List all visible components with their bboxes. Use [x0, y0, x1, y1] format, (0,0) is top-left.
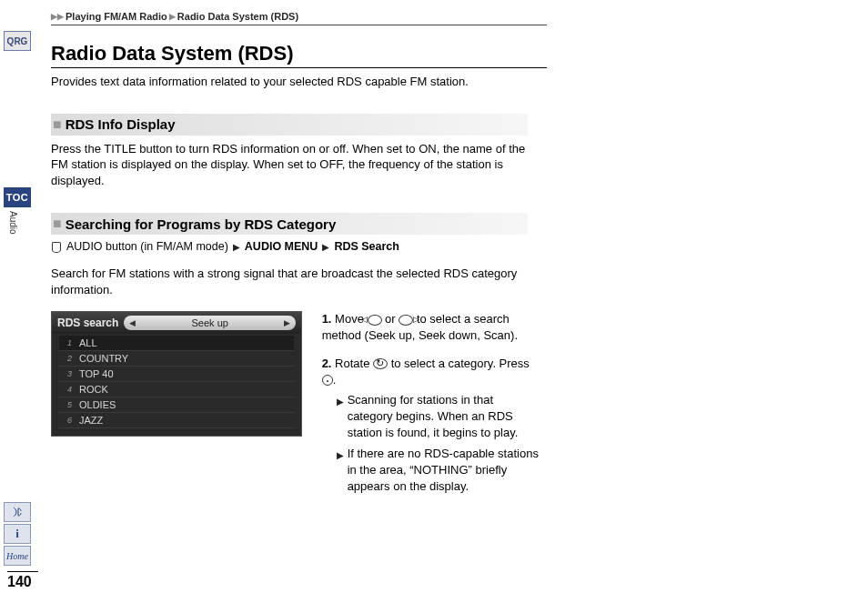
section-heading-text: RDS Info Display: [66, 116, 176, 132]
breadcrumb-level1[interactable]: Playing FM/AM Radio: [66, 11, 167, 22]
list-item: 6JAZZ: [59, 413, 294, 428]
menu-path: AUDIO button (in FM/AM mode) ▶ AUDIO MEN…: [51, 240, 547, 253]
section2-intro: Search for FM stations with a strong sig…: [51, 266, 528, 298]
chevron-right-icon: ▶▶: [51, 12, 64, 21]
device-mode-pill: ◀ Seek up ▶: [124, 316, 296, 330]
nav-step1: AUDIO MENU: [245, 240, 318, 253]
list-item: 1ALL: [59, 336, 294, 351]
toc-tab[interactable]: TOC: [4, 187, 31, 207]
joystick-left-icon: [368, 315, 382, 326]
list-item: 2COUNTRY: [59, 351, 294, 367]
qrg-tab[interactable]: QRG: [4, 31, 31, 51]
title-rule: [51, 67, 547, 68]
chevron-right-icon: ▶: [169, 12, 176, 21]
square-bullet-icon: ■: [53, 116, 62, 133]
chevron-right-icon: ▶: [337, 449, 344, 496]
device-mode-label: Seek up: [192, 317, 228, 328]
chevron-left-icon: ◀: [129, 318, 136, 327]
list-item: 3TOP 40: [59, 367, 294, 382]
device-screen-title: RDS search: [57, 317, 118, 329]
instruction-step-2: 2. Rotate to select a category. Press . …: [322, 356, 540, 496]
joystick-rotate-icon: [373, 358, 388, 369]
chevron-right-icon: ▶: [337, 396, 344, 442]
chevron-right-icon: ▶: [284, 318, 290, 327]
nav-pre: AUDIO button (in FM/AM mode): [66, 240, 228, 253]
list-item: 5OLDIES: [59, 397, 294, 413]
section-heading-rds-search: ■ Searching for Programs by RDS Category: [51, 213, 528, 235]
breadcrumb: ▶▶ Playing FM/AM Radio ▶ Radio Data Syst…: [51, 11, 547, 25]
joystick-right-icon: [399, 315, 413, 326]
device-screenshot: RDS search ◀ Seek up ▶ 1ALL 2COUNTRY 3TO…: [51, 311, 302, 437]
square-bullet-icon: ■: [53, 216, 62, 232]
voice-icon[interactable]: [4, 502, 31, 522]
section-heading-text: Searching for Programs by RDS Category: [66, 216, 337, 232]
page-title: Radio Data System (RDS): [51, 42, 547, 65]
info-icon[interactable]: i: [4, 524, 31, 544]
device-category-list: 1ALL 2COUNTRY 3TOP 40 4ROCK 5OLDIES 6JAZ…: [52, 334, 301, 430]
instruction-list: 1. Move or to select a search method (Se…: [322, 311, 540, 506]
section1-body: Press the TITLE button to turn RDS infor…: [51, 141, 528, 190]
section-heading-rds-info: ■ RDS Info Display: [51, 114, 528, 136]
instruction-sub-bullet: ▶ Scanning for stations in that category…: [337, 392, 540, 442]
joystick-press-icon: [322, 375, 333, 386]
list-item: 4ROCK: [59, 382, 294, 397]
sidebar-section-label: Audio: [8, 211, 18, 235]
chevron-right-icon: ▶: [322, 242, 329, 252]
instruction-sub-bullet: ▶ If there are no RDS-capable stations i…: [337, 446, 540, 496]
page-number: 140: [7, 571, 38, 590]
instruction-step-1: 1. Move or to select a search method (Se…: [322, 311, 540, 344]
nav-step2: RDS Search: [334, 240, 399, 253]
lead-text: Provides text data information related t…: [51, 74, 547, 90]
audio-button-icon: [51, 240, 62, 253]
chevron-right-icon: ▶: [233, 242, 240, 252]
home-icon[interactable]: Home: [4, 546, 31, 566]
breadcrumb-level2[interactable]: Radio Data System (RDS): [177, 11, 298, 22]
